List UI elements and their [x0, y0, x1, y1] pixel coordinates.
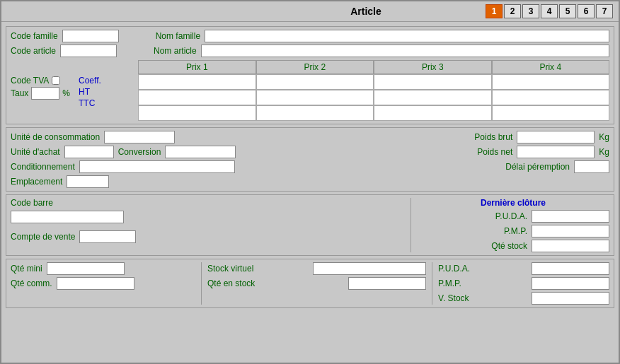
title-bar: Article 1 2 3 4 5 6 7: [1, 1, 619, 22]
tab-3[interactable]: 3: [522, 4, 539, 18]
last-section: Qté mini Qté comm. Stock virtuel: [6, 259, 614, 308]
code-tva-checkbox[interactable]: [52, 76, 60, 85]
poids-net-label: Poids net: [477, 147, 512, 157]
conditionnement-label: Conditionnement: [11, 162, 75, 172]
qte-mini-label: Qté mini: [11, 264, 42, 274]
conditionnement-input[interactable]: [79, 160, 235, 173]
pmp-input-2[interactable]: [532, 277, 609, 290]
derniere-cloture-title: Dernière clôture: [481, 198, 546, 208]
taux-suffix: %: [62, 88, 70, 98]
compte-vente-label: Compte de vente: [11, 232, 75, 242]
nom-famille-input[interactable]: [205, 30, 609, 42]
code-tva-label: Code TVA: [11, 76, 49, 86]
window-title: Article: [246, 6, 486, 17]
nom-famille-label: Nom famille: [156, 31, 200, 41]
tab-1[interactable]: 1: [486, 4, 503, 18]
qte-comm-label: Qté comm.: [11, 278, 52, 288]
nom-article-input[interactable]: [201, 45, 609, 57]
code-article-input[interactable]: [60, 45, 117, 57]
qte-stock-input[interactable]: [532, 240, 609, 252]
code-famille-label: Code famille: [11, 31, 58, 41]
v-stock-input[interactable]: [532, 292, 609, 305]
kg-label-2: Kg: [599, 147, 609, 157]
qte-en-stock-input[interactable]: [348, 277, 426, 290]
prix4-coeff-input[interactable]: [493, 75, 609, 89]
emplacement-label: Emplacement: [11, 177, 62, 187]
delai-label: Délai péremption: [505, 162, 570, 172]
qte-stock-label: Qté stock: [491, 241, 527, 251]
tab-5[interactable]: 5: [559, 4, 576, 18]
v-stock-label: V. Stock: [438, 293, 469, 303]
taux-input[interactable]: [31, 87, 59, 100]
stock-virtuel-input[interactable]: [313, 262, 426, 275]
conversion-input[interactable]: [165, 146, 236, 158]
poids-net-input[interactable]: [517, 146, 595, 158]
qte-mini-input[interactable]: [47, 262, 125, 275]
prix1-ht-input[interactable]: [139, 90, 256, 105]
tab-2[interactable]: 2: [504, 4, 521, 18]
prix3-ht-input[interactable]: [374, 90, 491, 105]
qte-comm-input[interactable]: [57, 277, 134, 290]
prix4-ttc-input[interactable]: [493, 106, 609, 120]
prix4-ht-input[interactable]: [493, 90, 609, 105]
qte-en-stock-label: Qté en stock: [207, 278, 255, 288]
poids-brut-label: Poids brut: [474, 132, 512, 142]
content-area: Code famille Nom famille Code article No…: [1, 22, 619, 363]
prix3-ttc-input[interactable]: [374, 106, 491, 120]
compte-vente-input[interactable]: [79, 230, 136, 243]
unite-achat-input[interactable]: [64, 146, 114, 158]
code-barre-input[interactable]: [11, 211, 124, 223]
unite-achat-label: Unité d'achat: [11, 147, 60, 157]
puda-input-1[interactable]: [532, 210, 609, 223]
prix3-header: Prix 3: [422, 62, 444, 72]
code-barre-label: Code barre: [11, 198, 53, 208]
main-window: Article 1 2 3 4 5 6 7 Code famille Nom f…: [0, 0, 620, 364]
poids-brut-input[interactable]: [517, 131, 595, 143]
pmp-label-1: P.M.P.: [504, 226, 527, 236]
delai-input[interactable]: [574, 160, 609, 173]
tab-4[interactable]: 4: [541, 4, 558, 18]
code-article-label: Code article: [11, 46, 56, 56]
prix2-ttc-input[interactable]: [257, 106, 374, 120]
unite-conso-input[interactable]: [104, 131, 175, 143]
puda-label-1: P.U.D.A.: [495, 211, 527, 221]
ttc-label: TTC: [79, 98, 101, 108]
tab-7[interactable]: 7: [596, 4, 613, 18]
stock-virtuel-label: Stock virtuel: [207, 264, 253, 274]
emplacement-input[interactable]: [67, 175, 109, 188]
puda-input-2[interactable]: [532, 262, 609, 275]
prix2-coeff-input[interactable]: [257, 75, 374, 89]
top-section: Code famille Nom famille Code article No…: [6, 26, 614, 124]
tab-buttons: 1 2 3 4 5 6 7: [486, 4, 613, 18]
prix2-ht-input[interactable]: [257, 90, 374, 105]
code-famille-input[interactable]: [62, 30, 119, 42]
tab-6[interactable]: 6: [578, 4, 595, 18]
prix1-header: Prix 1: [186, 62, 208, 72]
ht-label: HT: [79, 87, 101, 97]
mid-section: Unité de consommation Unité d'achat Conv…: [6, 127, 614, 192]
prix2-header: Prix 2: [304, 62, 326, 72]
coeff-label: Coeff.: [79, 76, 101, 86]
taux-label: Taux: [11, 88, 28, 98]
bot-section: Code barre Compte de vente Dernière clôt…: [6, 194, 614, 256]
unite-conso-label: Unité de consommation: [11, 132, 100, 142]
prix3-coeff-input[interactable]: [374, 75, 491, 89]
prix1-ttc-input[interactable]: [139, 106, 256, 120]
puda-label-2: P.U.D.A.: [438, 264, 470, 274]
pmp-label-2: P.M.P.: [438, 278, 461, 288]
prix1-coeff-input[interactable]: [139, 75, 256, 89]
kg-label-1: Kg: [599, 132, 609, 142]
prix4-header: Prix 4: [539, 62, 561, 72]
nom-article-label: Nom article: [154, 46, 197, 56]
conversion-label: Conversion: [118, 147, 161, 157]
pmp-input-1[interactable]: [532, 225, 609, 237]
